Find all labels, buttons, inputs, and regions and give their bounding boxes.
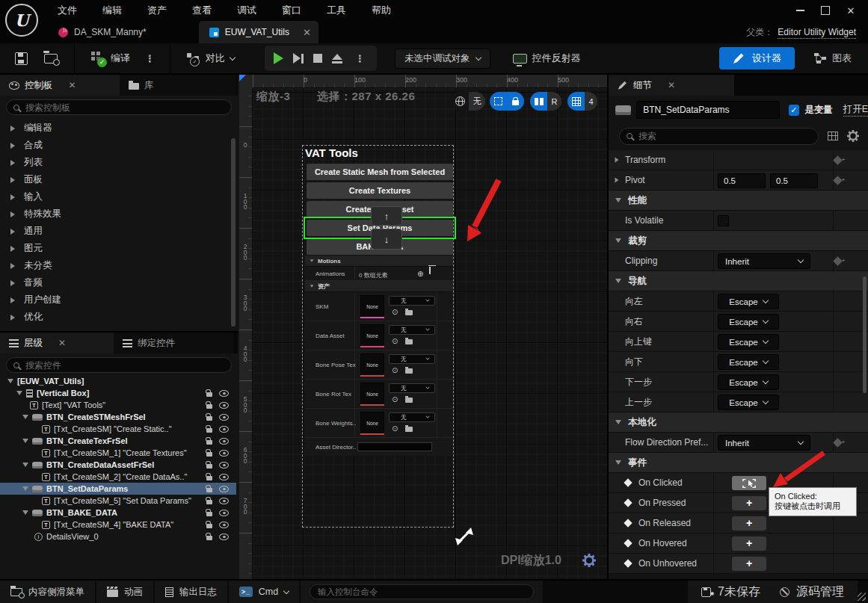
expander-icon[interactable] — [10, 246, 15, 252]
asset-dropdown[interactable]: 无 — [389, 296, 435, 306]
expander-icon[interactable] — [10, 229, 15, 235]
palette-search-input[interactable] — [25, 102, 224, 113]
expander-icon[interactable] — [10, 297, 15, 303]
bind-icon[interactable] — [833, 256, 843, 266]
tab-hierarchy[interactable]: 层级 ✕ — [0, 333, 114, 353]
designer-mode-button[interactable]: 设计器 — [719, 47, 795, 69]
visibility-icon[interactable] — [219, 426, 229, 433]
tab-palette[interactable]: 控制板 ✕ — [0, 75, 120, 96]
asset-thumbnail[interactable]: None — [360, 383, 384, 406]
hierarchy-search[interactable] — [6, 357, 232, 373]
close-button[interactable]: ✕ — [838, 1, 864, 19]
tree-row[interactable]: DetailsView_0 — [0, 531, 236, 542]
use-selected-icon[interactable]: ⊙ — [392, 308, 398, 316]
asset-thumbnail[interactable]: None — [360, 412, 384, 435]
browse-asset-icon[interactable] — [405, 427, 413, 432]
navigation-dropdown[interactable]: Escape — [718, 395, 779, 410]
menu-item[interactable]: 文件 — [48, 1, 87, 20]
asset-dropdown[interactable]: 无 — [389, 412, 435, 422]
tab-bound-widgets[interactable]: 绑定控件 — [114, 333, 233, 353]
selection-lock-toggle[interactable] — [490, 92, 524, 111]
assets-header[interactable]: 资产 — [305, 281, 453, 292]
bind-icon[interactable] — [833, 438, 843, 448]
close-icon[interactable]: ✕ — [58, 338, 66, 348]
expander-icon[interactable] — [10, 126, 15, 132]
tree-row[interactable]: [Vertical Box] — [0, 387, 236, 399]
compile-options-icon[interactable]: ⋮ — [142, 53, 158, 64]
navigation-dropdown[interactable]: Escape — [718, 334, 779, 350]
tree-row[interactable]: BTN_CreateSTMeshFrSel — [0, 411, 236, 423]
browse-asset-icon[interactable] — [405, 310, 413, 315]
navigation-dropdown[interactable]: Escape — [718, 374, 779, 390]
visibility-icon[interactable] — [219, 498, 229, 504]
tree-row[interactable]: [Txt_CreateSM] "Create Static.." — [0, 423, 236, 435]
expander-icon[interactable] — [22, 439, 28, 443]
visibility-icon[interactable] — [219, 486, 229, 492]
expander-icon[interactable] — [615, 158, 618, 163]
minimize-button[interactable] — [787, 1, 813, 19]
asset-thumbnail[interactable]: None — [360, 353, 384, 377]
expander-icon[interactable] — [310, 259, 314, 262]
play-icon[interactable] — [274, 52, 283, 64]
palette-category[interactable]: 未分类 — [0, 257, 230, 274]
expander-icon[interactable] — [10, 211, 15, 217]
close-icon[interactable]: ✕ — [69, 80, 76, 90]
browse-button[interactable] — [40, 51, 62, 67]
palette-category[interactable]: 用户创建 — [0, 291, 230, 309]
designer-canvas[interactable]: 0100200300400500 0100200300400500600700 … — [239, 75, 607, 579]
visibility-icon[interactable] — [219, 390, 229, 397]
visibility-icon[interactable] — [219, 450, 229, 457]
section-navigation[interactable]: 导航 — [609, 271, 868, 291]
asset-directory-input[interactable] — [357, 442, 432, 451]
row-navigation-rule[interactable]: 向右 Escape — [609, 312, 868, 332]
preview-title[interactable]: VAT Tools — [305, 146, 358, 159]
section-clipping[interactable]: 裁剪 — [609, 231, 868, 251]
lock-icon[interactable] — [206, 440, 212, 445]
tree-row[interactable]: BTN_CreateDataAssetFrSel — [0, 459, 236, 471]
grid-snap-toggle[interactable]: 4 — [567, 92, 597, 111]
window-resize-grip[interactable] — [858, 593, 866, 601]
tab-close-icon[interactable]: ✕ — [303, 27, 311, 38]
expander-icon[interactable] — [22, 510, 28, 515]
animation-button[interactable]: 动画 — [96, 581, 153, 603]
visibility-icon[interactable] — [219, 474, 229, 480]
menu-item[interactable]: 帮助 — [362, 1, 401, 20]
browse-asset-icon[interactable] — [405, 339, 413, 344]
tree-row[interactable]: [Txt_CreateSM_5] "Set Data Params" — [0, 495, 236, 507]
details-scrollbar[interactable] — [863, 276, 867, 393]
expander-icon[interactable] — [615, 420, 621, 424]
hierarchy-search-input[interactable] — [25, 360, 224, 371]
expander-icon[interactable] — [10, 315, 15, 321]
lock-icon[interactable] — [206, 392, 212, 397]
palette-category[interactable]: 音频 — [0, 274, 230, 291]
open-event-link[interactable]: 打开E — [843, 103, 868, 117]
move-down-button[interactable]: ↓ — [371, 229, 402, 250]
tree-row[interactable]: [Txt_CreateSM_2] "Create DataAs.." — [0, 471, 236, 483]
palette-category[interactable]: 图元 — [0, 240, 230, 257]
view-event-function-button[interactable] — [732, 476, 766, 490]
tab-euw-vat-utils[interactable]: EUW_VAT_Utils ✕ — [199, 21, 318, 43]
navigation-dropdown[interactable]: Escape — [718, 294, 779, 309]
stop-icon[interactable] — [313, 54, 322, 63]
add-event-button[interactable] — [732, 536, 766, 551]
asset-dropdown[interactable]: 无 — [389, 383, 435, 393]
unsaved-button[interactable]: 7未保存 — [701, 584, 760, 600]
expander-icon[interactable] — [615, 238, 621, 243]
navigation-dropdown[interactable]: Escape — [718, 354, 779, 370]
compile-button[interactable]: 编译 — [87, 49, 135, 69]
tab-library[interactable]: 库 — [120, 75, 236, 96]
visibility-icon[interactable] — [219, 462, 229, 469]
browse-asset-icon[interactable] — [405, 368, 413, 374]
row-navigation-rule[interactable]: 向上键 Escape — [609, 332, 868, 352]
menu-item[interactable]: 窗口 — [272, 1, 311, 20]
expander-icon[interactable] — [7, 379, 13, 383]
row-transform[interactable]: Transform — [609, 150, 868, 170]
tab-details[interactable]: 细节 ✕ — [609, 75, 734, 96]
palette-category[interactable]: 优化 — [0, 309, 230, 326]
asset-dropdown[interactable]: 无 — [389, 325, 435, 335]
expander-icon[interactable] — [22, 486, 28, 491]
section-localization[interactable]: 本地化 — [609, 412, 868, 433]
menu-item[interactable]: 工具 — [317, 1, 356, 20]
palette-category[interactable]: 输入 — [0, 188, 230, 205]
palette-scrollbar[interactable] — [231, 138, 236, 327]
